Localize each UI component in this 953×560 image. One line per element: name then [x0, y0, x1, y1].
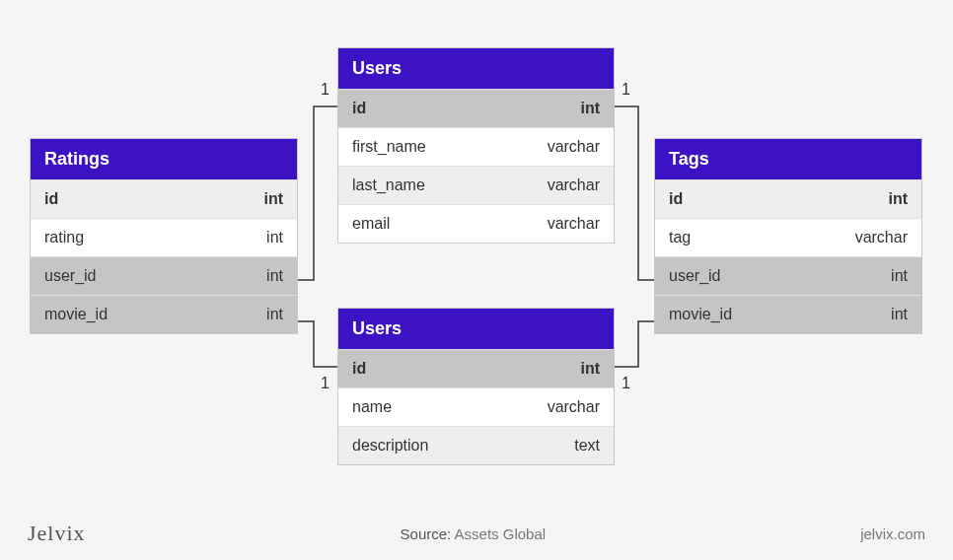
table-tags: Tags id int tag varchar user_id int movi… [654, 138, 922, 334]
column-type: varchar [548, 215, 600, 233]
column-type: varchar [855, 229, 908, 246]
table-header: Users [338, 48, 614, 89]
table-users-top: Users id int first_name varchar last_nam… [337, 47, 615, 244]
column-type: int [891, 306, 908, 323]
table-ratings: Ratings id int rating int user_id int mo… [30, 138, 298, 334]
source-label: Source: [401, 525, 452, 542]
column-name: id [44, 190, 58, 208]
column-type: int [266, 229, 283, 246]
table-header: Ratings [31, 139, 297, 179]
source-credit: Source: Assets Global [86, 525, 861, 542]
column-type: varchar [548, 398, 600, 416]
source-value: Assets Global [455, 525, 547, 542]
column-type: text [574, 437, 600, 455]
table-row: id int [338, 89, 614, 127]
diagram-canvas: 1 1 1 1 Ratings id int rating int user_i… [0, 0, 953, 560]
column-type: int [891, 267, 908, 285]
column-type: int [263, 190, 283, 208]
column-name: last_name [352, 176, 425, 194]
table-row: id int [338, 349, 614, 387]
column-name: tag [669, 229, 691, 246]
table-row: user_id int [31, 256, 297, 295]
table-row: description text [338, 426, 614, 464]
column-type: int [266, 306, 283, 323]
site-url: jelvix.com [860, 525, 925, 542]
table-row: user_id int [655, 256, 921, 295]
column-name: id [352, 100, 366, 117]
column-name: description [352, 437, 428, 455]
column-name: rating [44, 229, 84, 246]
column-type: int [888, 190, 908, 208]
cardinality-label: 1 [622, 375, 630, 392]
table-header: Users [338, 309, 614, 349]
column-type: int [266, 267, 283, 285]
column-name: id [352, 360, 366, 378]
column-name: movie_id [669, 306, 732, 323]
cardinality-label: 1 [321, 375, 330, 392]
table-row: id int [31, 179, 297, 218]
table-row: tag varchar [655, 218, 921, 256]
table-row: rating int [31, 218, 297, 256]
column-name: name [352, 398, 392, 416]
footer: Jelvix Source: Assets Global jelvix.com [0, 521, 953, 546]
column-type: int [580, 360, 600, 378]
table-row: email varchar [338, 204, 614, 243]
column-type: varchar [548, 176, 600, 194]
table-row: id int [655, 179, 921, 218]
column-name: first_name [352, 138, 426, 156]
column-type: int [580, 100, 600, 117]
column-name: user_id [669, 267, 720, 285]
table-users-bottom: Users id int name varchar description te… [337, 308, 615, 465]
brand-logo: Jelvix [28, 521, 86, 546]
column-name: email [352, 215, 390, 233]
column-type: varchar [548, 138, 600, 156]
table-header: Tags [655, 139, 921, 179]
column-name: movie_id [44, 306, 108, 323]
table-row: movie_id int [655, 295, 921, 333]
table-row: movie_id int [31, 295, 297, 333]
table-row: last_name varchar [338, 166, 614, 204]
table-row: first_name varchar [338, 127, 614, 166]
column-name: user_id [44, 267, 96, 285]
table-row: name varchar [338, 387, 614, 426]
column-name: id [669, 190, 683, 208]
cardinality-label: 1 [622, 81, 630, 99]
cardinality-label: 1 [321, 81, 330, 99]
